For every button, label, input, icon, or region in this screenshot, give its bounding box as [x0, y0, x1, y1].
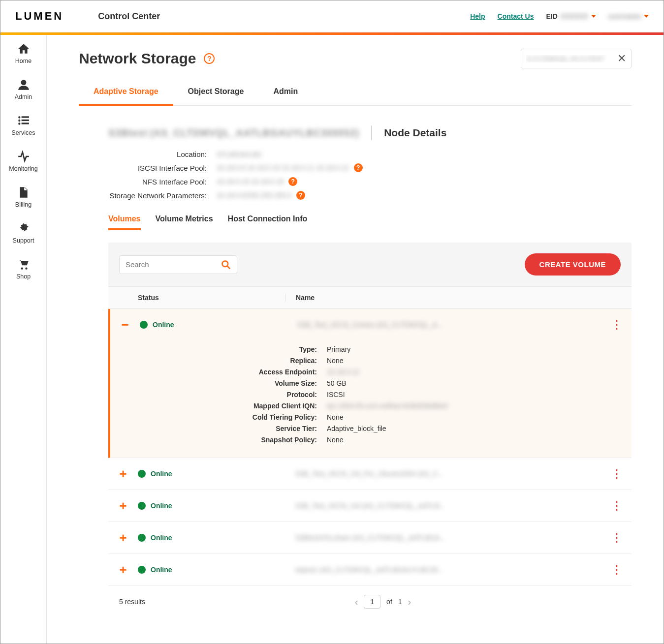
subtab-volume-metrics[interactable]: Volume Metrics	[156, 215, 213, 230]
sidebar-item-shop[interactable]: Shop	[16, 258, 31, 280]
volume-name: S3B_Test_ISCSI_Vol (AS_CLTDMVQL_AATLB...	[285, 502, 602, 510]
detail-label: Protocol:	[140, 391, 317, 399]
user-name: username	[608, 12, 641, 20]
node-details: Location: STLMOAVLBC ISCSI Interface Poo…	[108, 150, 632, 200]
volume-name: eqtest1 (AS_CLTDMVQL_AATLBGAUYLBC30...	[285, 566, 602, 574]
svg-point-0	[21, 80, 26, 85]
detail-value: None	[327, 357, 602, 365]
detail-label: Cold Tiering Policy:	[140, 413, 317, 421]
svg-rect-2	[21, 116, 29, 118]
expand-icon[interactable]: +	[108, 563, 138, 576]
row-actions-icon[interactable]: ⋮	[602, 499, 632, 513]
detail-value: None	[327, 436, 602, 444]
detail-label: Service Tier:	[140, 425, 317, 432]
svg-point-1	[18, 116, 20, 118]
detail-value: iqn.1994-05.com.redhat:4436d28dd8e9	[327, 402, 602, 410]
collapse-icon[interactable]: −	[110, 318, 140, 331]
tab-object-storage[interactable]: Object Storage	[173, 79, 259, 105]
detail-value: Primary	[327, 345, 602, 353]
page-search-input[interactable]	[526, 55, 613, 62]
chevron-down-icon	[644, 15, 649, 18]
subtab-host-connection[interactable]: Host Connection Info	[228, 215, 308, 230]
volume-search-input[interactable]	[126, 260, 221, 269]
status-text: Online	[151, 566, 172, 574]
svg-point-3	[18, 120, 20, 122]
detail-value: STLMOAVLBC	[217, 151, 262, 158]
help-icon[interactable]: ?	[204, 53, 215, 64]
clear-search-icon[interactable]: ✕	[617, 52, 626, 65]
sidebar-item-label: Billing	[15, 201, 32, 208]
detail-value: 10.18.0.0/255.255.255.0	[217, 191, 291, 199]
eid-dropdown[interactable]: EID XXXXXX	[546, 12, 596, 20]
detail-label: Snapshot Policy:	[140, 436, 317, 444]
svg-point-10	[222, 261, 228, 267]
page-number[interactable]: 1	[364, 595, 380, 609]
detail-label: Location:	[108, 150, 207, 158]
sidebar-item-support[interactable]: Support	[13, 222, 34, 244]
home-icon	[17, 42, 30, 55]
status-text: Online	[151, 534, 172, 542]
volume-name: S3BtestVOLshare (AS_CLTDMVQL_AATLBGA...	[285, 534, 602, 542]
row-actions-icon[interactable]: ⋮	[602, 318, 632, 332]
table-row: + Online S3BtestVOLshare (AS_CLTDMVQL_AA…	[108, 522, 632, 554]
status-dot-icon	[138, 534, 146, 542]
detail-label: Mapped Client IQN:	[140, 402, 317, 410]
page-search[interactable]: ✕	[521, 49, 632, 68]
col-name: Name	[285, 294, 602, 302]
search-icon	[221, 260, 231, 270]
detail-value: Adaptive_block_file	[327, 425, 602, 432]
sidebar-item-label: Support	[13, 237, 34, 244]
table-row: + Online S3B_Test_ISCSI_Vol_For_Ubuntu20…	[108, 458, 632, 490]
page-title: Network Storage	[79, 50, 196, 67]
tab-adaptive-storage[interactable]: Adaptive Storage	[79, 79, 173, 106]
user-icon	[17, 78, 30, 91]
detail-value: None	[327, 413, 602, 421]
table-row: + Online eqtest1 (AS_CLTDMVQL_AATLBGAUYL…	[108, 554, 632, 586]
volume-name: S3B_Test_ISCSI_Vol_For_Ubuntu2004 (AS_C.…	[285, 470, 602, 478]
help-link[interactable]: Help	[470, 12, 485, 20]
row-actions-icon[interactable]: ⋮	[602, 467, 632, 481]
eid-label: EID	[546, 12, 557, 20]
user-dropdown[interactable]: username	[608, 12, 649, 20]
status-dot-icon	[138, 566, 146, 574]
activity-icon	[17, 150, 30, 163]
help-icon[interactable]: ?	[296, 191, 305, 200]
detail-label: NFS Interface Pool:	[108, 178, 207, 186]
sidebar-item-label: Shop	[16, 273, 31, 280]
detail-label: Storage Network Parameters:	[108, 191, 207, 200]
row-actions-icon[interactable]: ⋮	[602, 531, 632, 545]
sidebar-item-services[interactable]: Services	[12, 114, 35, 136]
help-icon[interactable]: ?	[354, 163, 363, 172]
expand-icon[interactable]: +	[108, 467, 138, 480]
cart-icon	[17, 258, 30, 271]
detail-label: Replica:	[140, 357, 317, 365]
detail-label: ISCSI Interface Pool:	[108, 164, 207, 172]
subtab-volumes[interactable]: Volumes	[108, 215, 141, 230]
svg-rect-6	[21, 123, 29, 124]
sidebar-item-billing[interactable]: Billing	[15, 186, 32, 208]
prev-page-icon[interactable]: ‹	[355, 596, 358, 608]
sidebar-item-home[interactable]: Home	[15, 42, 32, 64]
app-title: Control Center	[98, 11, 160, 22]
tab-admin[interactable]: Admin	[258, 79, 313, 105]
divider	[371, 125, 372, 140]
sub-tabs: Volumes Volume Metrics Host Connection I…	[108, 215, 632, 230]
table-row: − Online S3B_Test_ISCSI_Centos (AS_CLTDM…	[108, 309, 632, 458]
create-volume-button[interactable]: CREATE VOLUME	[525, 253, 621, 276]
next-page-icon[interactable]: ›	[408, 596, 411, 608]
volume-search[interactable]	[119, 255, 237, 274]
sidebar-item-admin[interactable]: Admin	[15, 78, 32, 100]
expand-icon[interactable]: +	[108, 499, 138, 512]
row-actions-icon[interactable]: ⋮	[602, 563, 632, 577]
svg-point-5	[18, 123, 20, 124]
eid-value: XXXXXX	[561, 12, 588, 20]
expand-icon[interactable]: +	[108, 531, 138, 544]
sidebar-item-label: Services	[12, 129, 35, 136]
sidebar-item-monitoring[interactable]: Monitoring	[9, 150, 37, 172]
chevron-down-icon	[591, 15, 596, 18]
sidebar: Home Admin Services Monitoring Billing S…	[0, 35, 47, 644]
page-of: of	[386, 598, 392, 606]
table-header: Status Name	[108, 286, 632, 309]
contact-link[interactable]: Contact Us	[498, 12, 534, 20]
help-icon[interactable]: ?	[288, 177, 297, 186]
